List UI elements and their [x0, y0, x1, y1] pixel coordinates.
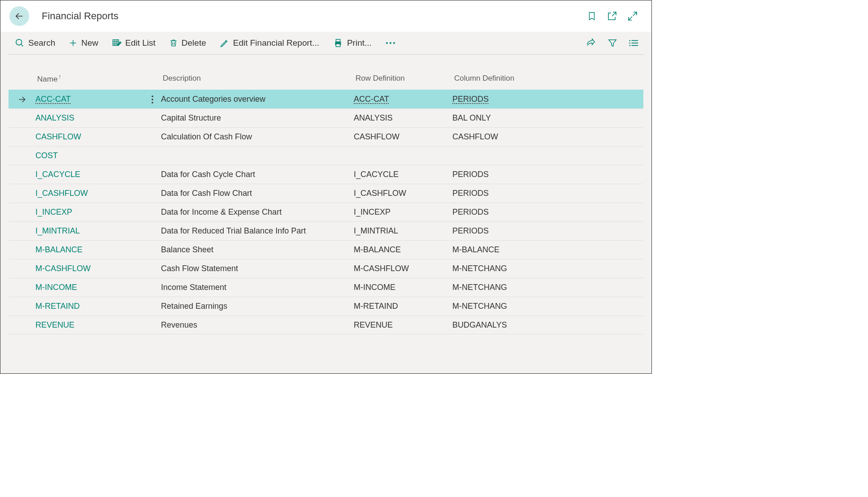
row-indicator — [9, 278, 35, 297]
row-indicator — [9, 165, 35, 184]
column-definition-cell: PERIODS — [452, 95, 578, 104]
table-row[interactable]: M-RETAINDRetained EarningsM-RETAINDM-NET… — [9, 297, 643, 315]
search-label: Search — [28, 38, 55, 48]
column-definition-cell: PERIODS — [452, 170, 578, 179]
svg-line-1 — [612, 12, 616, 16]
report-name-link[interactable]: M-BALANCE — [35, 245, 82, 255]
report-name-link[interactable]: CASHFLOW — [35, 132, 81, 142]
report-name-link[interactable]: M-INCOME — [35, 283, 77, 292]
table-row[interactable]: REVENUERevenuesREVENUEBUDGANALYS — [9, 315, 643, 334]
report-name-link[interactable]: I_CASHFLOW — [35, 189, 88, 198]
row-indicator — [9, 128, 35, 146]
table-row[interactable]: I_MINTRIALData for Reduced Trial Balance… — [9, 221, 643, 240]
row-definition-cell: ANALYSIS — [354, 113, 452, 123]
name-cell: ACC-CAT — [35, 90, 161, 108]
column-definition-cell: M-NETCHANG — [452, 283, 578, 292]
back-button[interactable] — [9, 6, 29, 26]
name-cell: COST — [35, 147, 161, 165]
table-row[interactable]: I_CACYCLEData for Cash Cycle ChartI_CACY… — [9, 165, 643, 184]
col-header-description[interactable]: Description — [161, 74, 354, 83]
col-header-row-definition[interactable]: Row Definition — [354, 74, 452, 83]
description-cell: Data for Cash Cycle Chart — [161, 170, 354, 179]
list-view-button[interactable] — [629, 39, 639, 47]
col-header-name[interactable]: Name↑ — [35, 73, 161, 84]
table-row[interactable]: I_CASHFLOWData for Cash Flow ChartI_CASH… — [9, 184, 643, 203]
sort-asc-icon: ↑ — [58, 73, 61, 80]
row-indicator — [9, 184, 35, 203]
filter-button[interactable] — [608, 38, 617, 48]
row-definition-cell: I_CASHFLOW — [354, 189, 452, 198]
row-definition-cell: I_CACYCLE — [354, 170, 452, 179]
edit-list-button[interactable]: Edit List — [112, 38, 156, 48]
search-icon — [15, 38, 25, 48]
delete-button[interactable]: Delete — [169, 38, 206, 48]
report-name-link[interactable]: M-CASHFLOW — [35, 264, 91, 273]
new-label: New — [81, 38, 98, 48]
toolbar-left: Search New — [9, 38, 396, 48]
content-pane: Search New — [0, 32, 651, 373]
report-name-link[interactable]: ANALYSIS — [35, 113, 74, 123]
report-name-link[interactable]: I_INCEXP — [35, 207, 72, 217]
report-name-link[interactable]: I_CACYCLE — [35, 170, 80, 179]
row-indicator — [9, 297, 35, 315]
report-name-link[interactable]: ACC-CAT — [35, 95, 71, 104]
arrow-right-icon — [17, 95, 26, 104]
table-row[interactable]: CASHFLOWCalculation Of Cash FlowCASHFLOW… — [9, 127, 643, 146]
toolbar: Search New — [9, 32, 643, 55]
report-name-link[interactable]: M-RETAIND — [35, 302, 80, 311]
report-name-link[interactable]: REVENUE — [35, 320, 74, 330]
row-definition-cell: I_MINTRIAL — [354, 226, 452, 236]
new-button[interactable]: New — [69, 38, 98, 48]
expand-icon — [627, 11, 638, 22]
description-cell: Revenues — [161, 320, 354, 330]
reports-grid: Name↑ Description Row Definition Column … — [9, 71, 643, 334]
column-definition-cell: BAL ONLY — [452, 113, 578, 123]
more-actions-button[interactable] — [385, 41, 396, 45]
row-menu-button[interactable] — [151, 95, 154, 104]
window: Financial Reports — [0, 0, 652, 374]
svg-point-4 — [16, 39, 22, 45]
svg-point-25 — [629, 43, 630, 44]
popout-button[interactable] — [607, 11, 617, 22]
name-cell: I_CACYCLE — [35, 165, 161, 184]
col-header-column-definition[interactable]: Column Definition — [452, 74, 578, 83]
description-cell: Balance Sheet — [161, 245, 354, 255]
name-cell: M-INCOME — [35, 278, 161, 297]
column-definition-cell: BUDGANALYS — [452, 320, 578, 330]
report-name-link[interactable]: COST — [35, 151, 58, 160]
name-cell: ANALYSIS — [35, 109, 161, 127]
description-cell: Cash Flow Statement — [161, 264, 354, 273]
edit-financial-report-button[interactable]: Edit Financial Report... — [220, 38, 319, 48]
svg-point-18 — [386, 42, 388, 44]
bookmark-button[interactable] — [587, 10, 597, 22]
row-definition-cell: ACC-CAT — [354, 95, 452, 104]
column-definition-cell: M-BALANCE — [452, 245, 578, 255]
arrow-left-icon — [14, 11, 24, 21]
svg-point-19 — [390, 42, 391, 44]
table-row[interactable]: M-BALANCEBalance SheetM-BALANCEM-BALANCE — [9, 240, 643, 259]
name-cell: CASHFLOW — [35, 128, 161, 146]
share-button[interactable] — [585, 38, 596, 48]
column-definition-cell: PERIODS — [452, 207, 578, 217]
popout-icon — [607, 11, 617, 22]
table-row[interactable]: COST — [9, 146, 643, 165]
table-row[interactable]: ANALYSISCapital StructureANALYSISBAL ONL… — [9, 108, 643, 127]
table-row[interactable]: M-CASHFLOWCash Flow StatementM-CASHFLOWM… — [9, 259, 643, 278]
table-row[interactable]: ACC-CATAccount Categories overviewACC-CA… — [9, 90, 643, 108]
edit-financial-report-label: Edit Financial Report... — [233, 38, 319, 48]
svg-point-24 — [629, 40, 630, 41]
row-indicator — [9, 109, 35, 127]
table-row[interactable]: M-INCOMEIncome StatementM-INCOMEM-NETCHA… — [9, 278, 643, 297]
search-button[interactable]: Search — [15, 38, 55, 48]
table-row[interactable]: I_INCEXPData for Income & Expense ChartI… — [9, 203, 643, 221]
more-horizontal-icon — [385, 41, 396, 45]
name-cell: M-BALANCE — [35, 241, 161, 259]
report-name-link[interactable]: I_MINTRIAL — [35, 226, 80, 236]
print-button[interactable]: Print... — [333, 38, 372, 48]
description-cell: Income Statement — [161, 283, 354, 292]
row-definition-cell: M-BALANCE — [354, 245, 452, 255]
row-definition-cell: M-CASHFLOW — [354, 264, 452, 273]
expand-button[interactable] — [627, 11, 638, 22]
column-definition-cell: CASHFLOW — [452, 132, 578, 142]
name-cell: REVENUE — [35, 316, 161, 334]
